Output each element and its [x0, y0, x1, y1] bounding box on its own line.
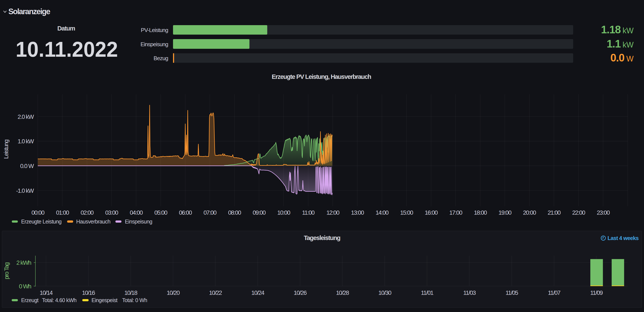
svg-text:11/05: 11/05	[506, 289, 518, 296]
svg-text:11/07: 11/07	[548, 289, 560, 296]
svg-text:Erzeugt: Erzeugt	[21, 297, 38, 303]
svg-text:10/18: 10/18	[124, 289, 138, 296]
svg-text:10/30: 10/30	[378, 289, 391, 296]
svg-text:2 kWh: 2 kWh	[16, 259, 31, 266]
svg-text:10/24: 10/24	[251, 289, 264, 296]
svg-text:10/20: 10/20	[166, 289, 180, 296]
svg-text:Total: 4.60 kWh: Total: 4.60 kWh	[42, 297, 76, 303]
svg-text:11/03: 11/03	[463, 289, 476, 296]
svg-text:Last 4 weeks: Last 4 weeks	[608, 235, 639, 241]
svg-text:Total: 0 Wh: Total: 0 Wh	[122, 297, 147, 303]
svg-text:10/14: 10/14	[40, 289, 53, 296]
svg-text:10/28: 10/28	[336, 289, 349, 296]
svg-text:Tagesleistung: Tagesleistung	[304, 234, 340, 241]
svg-text:11/01: 11/01	[421, 289, 434, 296]
svg-text:Eingespeist: Eingespeist	[92, 297, 118, 303]
svg-text:0 Wh: 0 Wh	[19, 283, 31, 290]
svg-text:pro Tag: pro Tag	[3, 262, 10, 279]
svg-text:10/16: 10/16	[82, 289, 95, 296]
svg-text:10/26: 10/26	[294, 289, 307, 296]
svg-text:11/09: 11/09	[590, 289, 603, 296]
svg-text:10/22: 10/22	[209, 289, 222, 296]
